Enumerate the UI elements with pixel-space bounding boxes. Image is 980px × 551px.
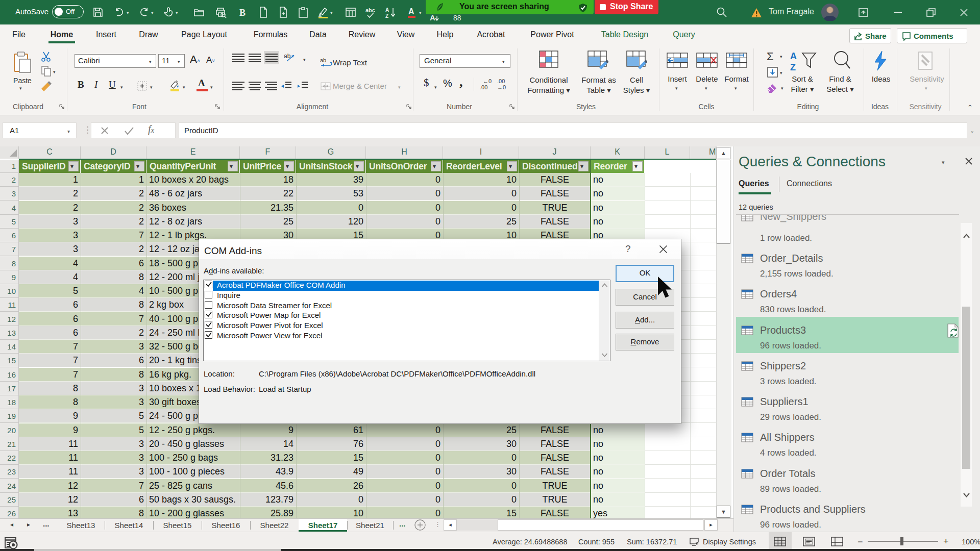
svg-text:A: A [385,7,389,13]
svg-text:ab: ab [320,57,326,63]
svg-text:Z: Z [385,13,388,18]
svg-text:.00: .00 [480,84,487,90]
svg-text:88: 88 [453,14,461,22]
svg-text:A: A [790,51,797,61]
svg-text:B: B [239,8,246,18]
svg-text:←0: ←0 [483,78,492,84]
svg-text:Z: Z [790,62,796,72]
svg-text:A: A [408,7,414,16]
svg-text:.00: .00 [497,78,505,84]
svg-text:→0: →0 [497,84,506,90]
svg-text:A: A [430,13,435,22]
svg-text:abc: abc [365,7,375,13]
